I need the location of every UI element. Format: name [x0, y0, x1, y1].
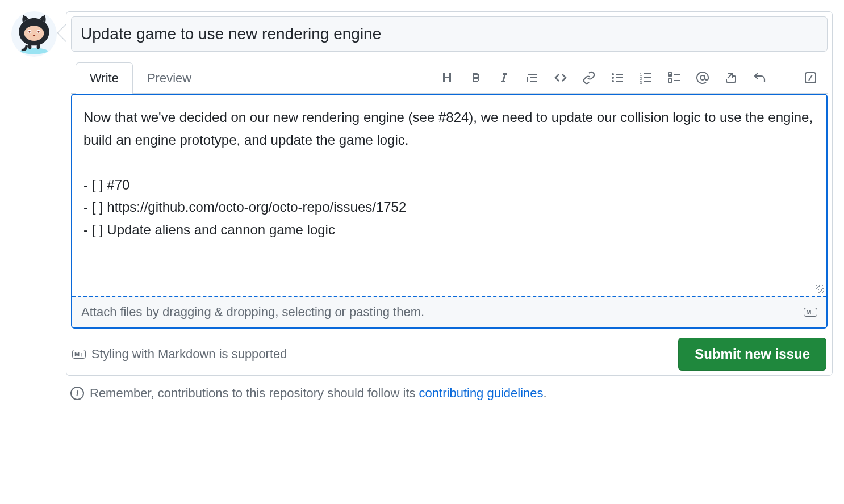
issue-title-input[interactable]: [71, 16, 828, 52]
svg-point-11: [612, 73, 614, 75]
svg-rect-16: [616, 81, 623, 82]
svg-rect-21: [644, 77, 651, 78]
tab-preview[interactable]: Preview: [133, 62, 206, 94]
attach-hint: Attach files by dragging & dropping, sel…: [81, 305, 424, 320]
reply-icon[interactable]: [751, 70, 767, 86]
speech-arrow: [57, 24, 66, 42]
formatting-toolbar: 123: [439, 70, 823, 86]
code-icon[interactable]: [553, 70, 569, 86]
attach-files-bar[interactable]: Attach files by dragging & dropping, sel…: [72, 296, 826, 327]
svg-point-1: [24, 26, 44, 41]
task-list-icon[interactable]: [666, 70, 682, 86]
svg-point-27: [700, 75, 705, 80]
octocat-icon: [11, 11, 57, 57]
contributing-guidelines-notice: i Remember, contributions to this reposi…: [66, 386, 833, 401]
comment-box: Write Preview: [66, 11, 833, 376]
svg-point-3: [28, 31, 30, 32]
unordered-list-icon[interactable]: [609, 70, 625, 86]
svg-rect-15: [616, 77, 623, 78]
svg-point-6: [33, 35, 35, 36]
slash-icon[interactable]: [803, 70, 818, 86]
cross-reference-icon[interactable]: [723, 70, 739, 86]
mention-icon[interactable]: [695, 70, 711, 86]
italic-icon[interactable]: [496, 70, 512, 86]
tab-write[interactable]: Write: [76, 62, 133, 94]
svg-point-12: [612, 77, 614, 79]
link-icon[interactable]: [581, 70, 597, 86]
editor-wrap: Attach files by dragging & dropping, sel…: [71, 94, 828, 329]
svg-point-13: [612, 80, 614, 82]
markdown-badge-icon[interactable]: M↓: [804, 308, 817, 317]
avatar: [11, 11, 57, 401]
issue-body-textarea[interactable]: [72, 95, 826, 293]
heading-icon[interactable]: [439, 70, 455, 86]
svg-line-29: [809, 75, 812, 81]
svg-rect-14: [616, 74, 623, 75]
guidelines-suffix: .: [544, 386, 547, 400]
contributing-guidelines-link[interactable]: contributing guidelines: [419, 386, 544, 400]
markdown-badge-icon: M↓: [72, 350, 86, 359]
markdown-support: M↓ Styling with Markdown is supported: [72, 347, 287, 362]
svg-point-5: [37, 31, 39, 32]
ordered-list-icon[interactable]: 123: [638, 70, 654, 86]
guidelines-prefix: Remember, contributions to this reposito…: [90, 386, 419, 400]
markdown-support-text: Styling with Markdown is supported: [91, 347, 287, 362]
bold-icon[interactable]: [467, 70, 483, 86]
info-icon: i: [70, 387, 84, 400]
quote-icon[interactable]: [524, 70, 540, 86]
tabs-row: Write Preview: [71, 62, 828, 94]
submit-new-issue-button[interactable]: Submit new issue: [678, 338, 826, 371]
svg-rect-20: [644, 73, 651, 74]
svg-rect-22: [644, 81, 651, 82]
svg-rect-25: [668, 79, 672, 82]
svg-text:3: 3: [640, 80, 642, 85]
